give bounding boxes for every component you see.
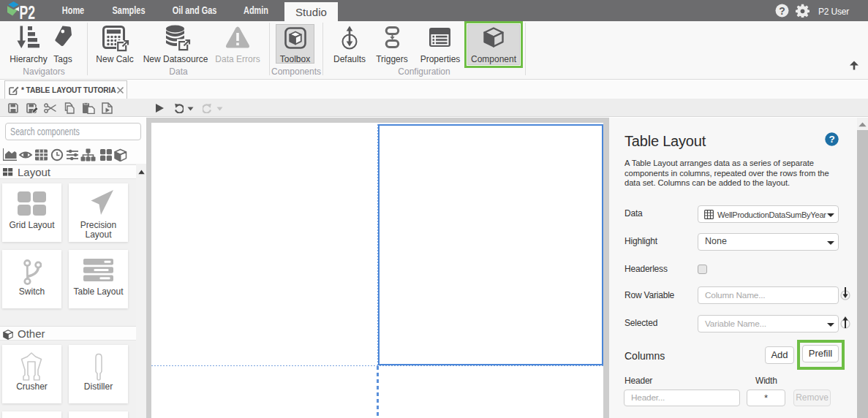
svg-text:?: ? xyxy=(779,5,785,17)
svg-text:?: ? xyxy=(829,134,834,145)
svg-text:P2: P2 xyxy=(20,2,36,21)
